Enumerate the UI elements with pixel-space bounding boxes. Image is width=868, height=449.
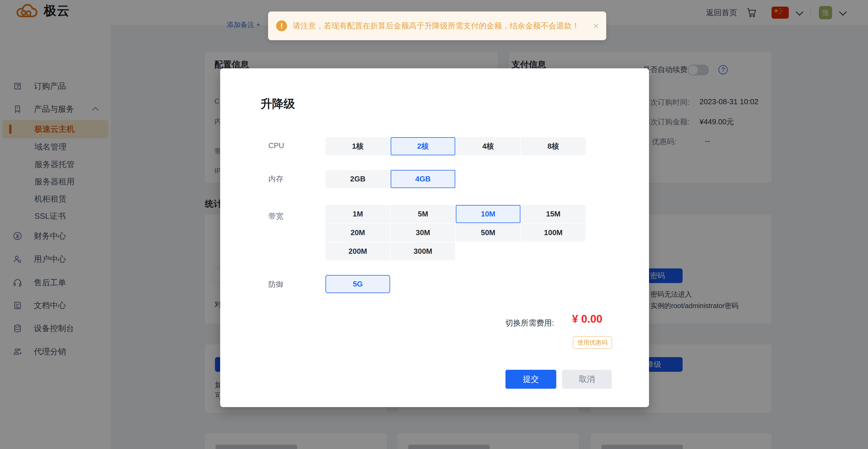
option-mem-4gb-selected[interactable]: 4GB — [391, 170, 455, 188]
fee-value: ¥ 0.00 — [572, 313, 602, 325]
cpu-label: CPU — [268, 141, 306, 151]
option-bw-300m[interactable]: 300M — [391, 242, 455, 260]
option-bw-10m-selected[interactable]: 10M — [456, 205, 520, 223]
warning-icon: ! — [276, 20, 287, 31]
bandwidth-label: 带宽 — [268, 211, 306, 221]
use-coupon-button[interactable]: 使用优惠码 — [573, 336, 612, 349]
warning-text: 请注意，若现有配置在折算后金额高于升降级所需支付的金额，结余金额不会退款！ — [293, 21, 580, 31]
memory-options: 2GB 4GB — [326, 170, 455, 188]
defense-options: 5G — [326, 275, 390, 293]
option-bw-30m[interactable]: 30M — [391, 223, 455, 242]
warning-banner: ! 请注意，若现有配置在折算后金额高于升降级所需支付的金额，结余金额不会退款！ … — [268, 11, 606, 40]
option-mem-2gb[interactable]: 2GB — [326, 170, 390, 188]
modal-title: 升降级 — [260, 96, 295, 112]
cancel-button[interactable]: 取消 — [562, 370, 612, 389]
memory-label: 内存 — [268, 174, 306, 184]
bandwidth-options: 1M 5M 10M 15M 20M 30M 50M 100M 200M 300M — [326, 205, 586, 260]
option-cpu-4[interactable]: 4核 — [456, 137, 520, 155]
option-bw-20m[interactable]: 20M — [326, 223, 390, 242]
option-bw-5m[interactable]: 5M — [391, 205, 455, 223]
defense-label: 防御 — [268, 279, 306, 289]
option-bw-200m[interactable]: 200M — [326, 242, 390, 260]
option-def-5g-selected[interactable]: 5G — [326, 275, 390, 293]
option-bw-15m[interactable]: 15M — [521, 205, 586, 223]
option-bw-50m[interactable]: 50M — [456, 223, 520, 242]
banner-close-icon[interactable]: × — [593, 21, 599, 31]
option-cpu-8[interactable]: 8核 — [521, 137, 586, 155]
upgrade-modal: 升降级 CPU 1核 2核 4核 8核 内存 2GB 4GB 带宽 1M 5M … — [220, 68, 649, 407]
option-cpu-1[interactable]: 1核 — [326, 137, 390, 155]
submit-button[interactable]: 提交 — [505, 370, 556, 389]
option-bw-1m[interactable]: 1M — [326, 205, 390, 223]
option-bw-100m[interactable]: 100M — [521, 223, 586, 242]
fee-label: 切换所需费用: — [487, 318, 554, 328]
cpu-options: 1核 2核 4核 8核 — [326, 137, 586, 155]
option-cpu-2-selected[interactable]: 2核 — [391, 137, 455, 155]
